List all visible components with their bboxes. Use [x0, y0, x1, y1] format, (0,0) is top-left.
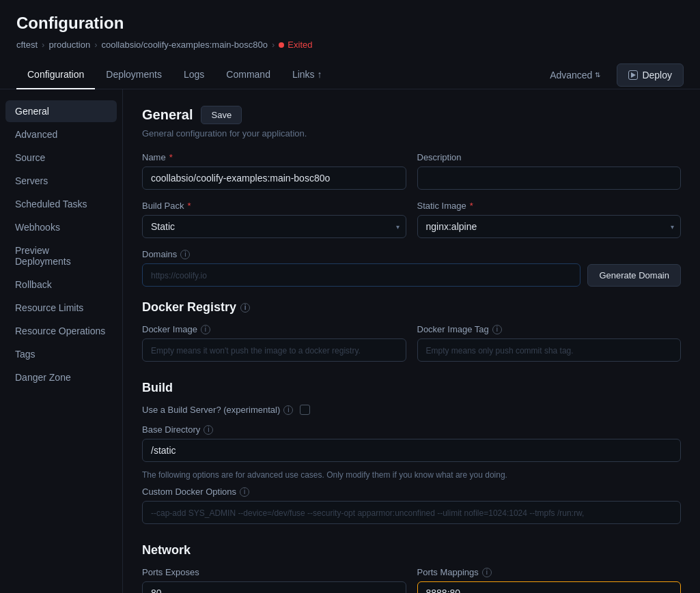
status-dot	[279, 42, 284, 48]
docker-image-tag-info-icon: i	[492, 325, 502, 334]
name-label: Name *	[142, 152, 406, 162]
docker-registry-title: Docker Registry i	[142, 300, 681, 315]
deploy-button[interactable]: Deploy	[617, 63, 684, 87]
domains-label: Domains i	[142, 249, 681, 259]
ports-mappings-info-icon: i	[482, 568, 492, 577]
sidebar-item-webhooks[interactable]: Webhooks	[5, 216, 117, 238]
ports-mappings-group: Ports Mappings i	[417, 567, 682, 593]
breadcrumb-app[interactable]: coollabsio/coolify-examples:main-bosc80o	[101, 40, 268, 50]
ports-mappings-label: Ports Mappings i	[417, 567, 682, 577]
desc-group: Description	[417, 152, 682, 190]
buildpack-select[interactable]: Static Nixpacks Dockerfile Docker Compos…	[142, 215, 406, 238]
static-image-group: Static Image * nginx:alpine nginx:latest…	[417, 201, 682, 238]
nav-logs[interactable]: Logs	[173, 61, 215, 89]
nav-configuration[interactable]: Configuration	[16, 61, 95, 89]
status-badge: Exited	[288, 40, 312, 50]
generate-domain-button[interactable]: Generate Domain	[587, 264, 681, 287]
buildpack-required: *	[187, 201, 191, 211]
domain-row: Generate Domain	[142, 263, 681, 287]
static-image-select-wrapper: nginx:alpine nginx:latest apache ▾	[417, 215, 682, 238]
custom-docker-input[interactable]	[142, 501, 681, 524]
sidebar-item-servers[interactable]: Servers	[5, 170, 117, 192]
sidebar-item-danger-zone[interactable]: Danger Zone	[5, 366, 117, 388]
ports-exposes-label: Ports Exposes	[142, 567, 406, 577]
build-section: Build Use a Build Server? (experimental)…	[142, 381, 681, 524]
breadcrumb-sep-2: ›	[94, 40, 97, 50]
description-input[interactable]	[417, 167, 682, 190]
nav-links[interactable]: Links ↑	[281, 61, 333, 89]
docker-image-row: Docker Image i Docker Image Tag i	[142, 324, 681, 362]
docker-image-tag-group: Docker Image Tag i	[417, 324, 682, 362]
base-dir-group: Base Directory i	[142, 424, 681, 462]
status-indicator: Exited	[279, 40, 312, 50]
advanced-label: Advanced	[550, 70, 592, 81]
name-group: Name *	[142, 152, 406, 190]
advanced-warning-text: The following options are for advanced u…	[142, 470, 681, 480]
buildpack-static-row: Build Pack * Static Nixpacks Dockerfile …	[142, 201, 681, 238]
sidebar-item-preview-deployments[interactable]: Preview Deployments	[5, 240, 117, 272]
custom-docker-info-icon: i	[240, 487, 249, 497]
sidebar-item-source[interactable]: Source	[5, 147, 117, 169]
buildpack-select-wrapper: Static Nixpacks Dockerfile Docker Compos…	[142, 215, 406, 238]
breadcrumb-sep-1: ›	[42, 40, 44, 50]
breadcrumb-sep-3: ›	[272, 40, 275, 50]
nav-command[interactable]: Command	[215, 61, 281, 89]
breadcrumb: cftest › production › coollabsio/coolify…	[16, 40, 684, 50]
docker-image-input[interactable]	[142, 338, 406, 362]
network-title: Network	[142, 543, 681, 558]
sidebar-item-tags[interactable]: Tags	[5, 343, 117, 365]
custom-docker-label: Custom Docker Options i	[142, 487, 681, 497]
base-dir-input[interactable]	[142, 439, 681, 462]
buildpack-group: Build Pack * Static Nixpacks Dockerfile …	[142, 201, 406, 238]
build-server-info-icon: i	[283, 405, 293, 415]
nav-deployments[interactable]: Deployments	[95, 61, 173, 89]
ports-mappings-input[interactable]	[417, 581, 682, 593]
advanced-chevron-icon: ⇅	[595, 71, 600, 78]
sidebar-item-scheduled-tasks[interactable]: Scheduled Tasks	[5, 193, 117, 215]
docker-registry-info-icon: i	[240, 303, 250, 313]
domains-input[interactable]	[142, 263, 580, 287]
build-server-label: Use a Build Server? (experimental) i	[142, 405, 293, 415]
domains-info-icon: i	[180, 250, 190, 259]
buildpack-label: Build Pack *	[142, 201, 406, 211]
deploy-label: Deploy	[642, 70, 672, 81]
play-triangle	[631, 72, 636, 78]
ports-exposes-input[interactable]	[142, 581, 406, 593]
breadcrumb-cftest[interactable]: cftest	[16, 40, 38, 50]
name-required: *	[169, 152, 173, 162]
sidebar-item-advanced[interactable]: Advanced	[5, 124, 117, 145]
play-icon	[628, 70, 638, 80]
sidebar: General Advanced Source Servers Schedule…	[0, 89, 123, 593]
name-input[interactable]	[142, 167, 406, 190]
sidebar-item-resource-operations[interactable]: Resource Operations	[5, 320, 117, 342]
static-image-label: Static Image *	[417, 201, 682, 211]
top-nav: Configuration Deployments Logs Command L…	[0, 61, 700, 89]
general-section-header: General Save	[142, 106, 681, 124]
ports-row: Ports Exposes Ports Mappings i	[142, 567, 681, 593]
header: Configuration cftest › production › cool…	[0, 0, 700, 50]
build-server-checkbox[interactable]	[300, 405, 310, 415]
sidebar-item-general[interactable]: General	[5, 100, 117, 122]
static-image-select[interactable]: nginx:alpine nginx:latest apache	[417, 215, 682, 238]
build-server-row: Use a Build Server? (experimental) i	[142, 405, 681, 415]
domains-group: Domains i Generate Domain	[142, 249, 681, 287]
docker-image-tag-input[interactable]	[417, 338, 682, 362]
advanced-button[interactable]: Advanced ⇅	[542, 64, 608, 86]
breadcrumb-production[interactable]: production	[48, 40, 90, 50]
general-title: General	[142, 107, 193, 123]
main-layout: General Advanced Source Servers Schedule…	[0, 89, 700, 593]
docker-image-label: Docker Image i	[142, 324, 406, 334]
save-button[interactable]: Save	[201, 106, 242, 124]
custom-docker-group: Custom Docker Options i	[142, 487, 681, 524]
network-section: Network Ports Exposes Ports Mappings i	[142, 543, 681, 593]
sidebar-item-rollback[interactable]: Rollback	[5, 274, 117, 295]
sidebar-item-resource-limits[interactable]: Resource Limits	[5, 297, 117, 319]
content-area: General Save General configuration for y…	[123, 89, 700, 593]
base-dir-info-icon: i	[204, 425, 213, 435]
base-dir-label: Base Directory i	[142, 424, 681, 435]
build-title: Build	[142, 381, 681, 395]
ports-exposes-group: Ports Exposes	[142, 567, 406, 593]
general-desc: General configuration for your applicati…	[142, 128, 681, 139]
page-title: Configuration	[16, 14, 684, 33]
static-image-required: *	[470, 201, 473, 211]
